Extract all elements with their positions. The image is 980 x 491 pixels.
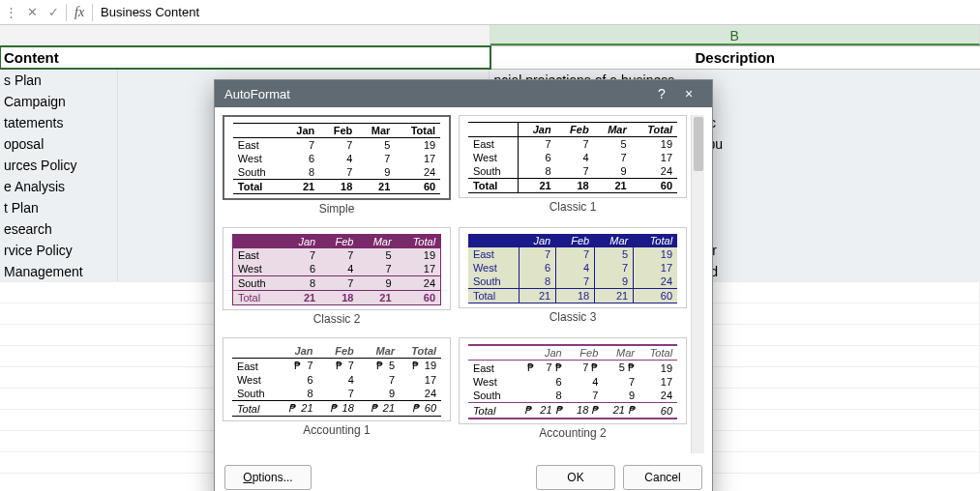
format-label: Simple — [223, 202, 451, 216]
cell-A[interactable]: oposal — [0, 133, 118, 154]
format-option-classic3[interactable]: JanFebMarTotalEast77519West64717South879… — [459, 227, 687, 308]
format-option-acct1[interactable]: JanFebMarTotalEast₱ 7₱ 7₱ 5₱ 19West64717… — [223, 337, 451, 421]
cell-A[interactable]: esearch — [0, 218, 118, 239]
cell-A[interactable]: t Plan — [0, 197, 118, 217]
help-icon[interactable]: ? — [648, 86, 675, 101]
column-header-row: B — [0, 25, 980, 46]
cell-A[interactable]: e Analysis — [0, 176, 118, 196]
format-label: Classic 1 — [459, 200, 687, 214]
cell-A[interactable]: s Plan — [0, 70, 118, 90]
cell-B-header[interactable]: Description — [490, 46, 981, 69]
menu-icon[interactable]: ⋮ — [0, 2, 21, 23]
cancel-icon[interactable]: ✕ — [21, 2, 43, 23]
format-label: Classic 2 — [223, 312, 451, 326]
format-label: Classic 3 — [459, 310, 687, 324]
column-header-A[interactable] — [0, 25, 490, 45]
formula-input[interactable] — [95, 5, 980, 19]
ok-button[interactable]: OK — [536, 465, 615, 490]
column-header-B[interactable]: B — [490, 25, 981, 45]
format-label: Accounting 1 — [223, 423, 451, 437]
options-button[interactable]: Options... — [224, 465, 312, 490]
format-option-classic2[interactable]: JanFebMarTotalEast77519West64717South879… — [223, 227, 451, 310]
cell-A[interactable]: tatements — [0, 112, 118, 132]
cancel-button[interactable]: Cancel — [623, 465, 702, 490]
cell-A[interactable]: rvice Policy — [0, 240, 118, 260]
format-option-simple[interactable]: JanFebMarTotalEast77519West64717South879… — [223, 115, 451, 200]
format-label: Accounting 2 — [459, 426, 687, 440]
close-icon[interactable]: × — [675, 86, 702, 101]
fx-icon[interactable]: fx — [69, 5, 90, 20]
cell-A[interactable]: urces Policy — [0, 155, 118, 175]
cell-A-header[interactable]: Content — [0, 46, 490, 69]
cell-A[interactable]: Management — [0, 261, 118, 281]
dialog-scrollbar[interactable] — [691, 115, 704, 453]
format-option-classic1[interactable]: JanFebMarTotalEast77519West64717South879… — [459, 115, 687, 198]
dialog-title: AutoFormat — [224, 87, 648, 101]
scrollbar-thumb[interactable] — [694, 117, 703, 171]
confirm-icon[interactable]: ✓ — [43, 2, 64, 23]
cell-A[interactable]: Campaign — [0, 91, 118, 111]
header-row: Content Description — [0, 46, 980, 70]
format-option-acct2[interactable]: JanFebMarTotalEast₱ 7 ₱7 ₱5 ₱19West64717… — [459, 337, 687, 424]
formula-bar: ⋮ ✕ ✓ fx — [0, 0, 980, 25]
dialog-titlebar[interactable]: AutoFormat ? × — [215, 80, 712, 107]
autoformat-dialog: AutoFormat ? × JanFebMarTotalEast77519We… — [214, 79, 713, 491]
